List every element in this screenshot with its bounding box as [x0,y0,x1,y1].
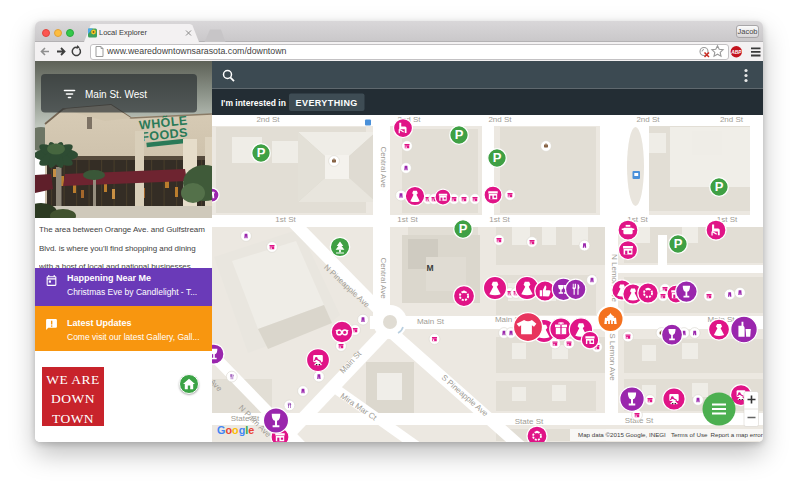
svg-text:Report a map error: Report a map error [711,431,763,438]
svg-text:Main St. West: Main St. West [85,89,147,100]
svg-text:2nd St: 2nd St [256,115,280,124]
svg-text:Map data ©2015 Google, INEGI: Map data ©2015 Google, INEGI [578,431,666,438]
svg-text:P: P [455,127,464,142]
svg-text:EVERYTHING: EVERYTHING [296,98,358,108]
svg-text:State St: State St [515,417,544,426]
svg-text:1st St: 1st St [275,215,296,224]
svg-text:I'm interested in: I'm interested in [221,98,286,108]
svg-text:1st St: 1st St [397,215,418,224]
svg-text:2nd St: 2nd St [720,115,744,124]
svg-text:Central Ave: Central Ave [379,257,388,299]
svg-text:P: P [674,236,683,251]
svg-text:P: P [493,150,502,165]
svg-text:P: P [257,145,266,160]
svg-text:P: P [715,179,724,194]
svg-text:Terms of Use: Terms of Use [671,431,708,438]
svg-text:P: P [459,221,468,236]
svg-text:M: M [426,263,433,273]
svg-text:Central Ave: Central Ave [379,146,388,188]
svg-text:Google: Google [217,424,254,436]
svg-text:1st St: 1st St [489,215,510,224]
svg-text:S Lemon Ave: S Lemon Ave [608,333,617,381]
svg-text:2nd St: 2nd St [636,115,660,124]
svg-text:2nd St: 2nd St [488,115,512,124]
svg-text:Main St: Main St [417,317,445,326]
